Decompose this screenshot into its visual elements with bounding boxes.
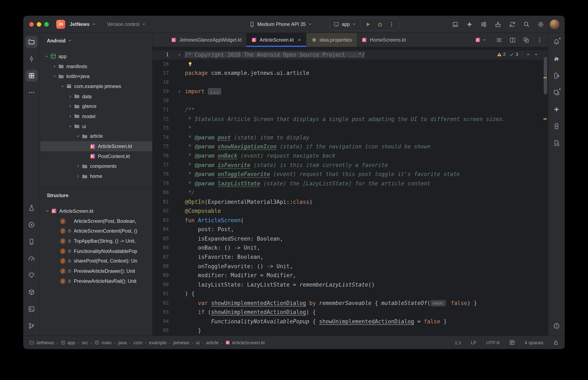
code-line-93[interactable]: 93 if (showUnimplementedActionDialog) { [153,308,548,317]
user-avatar[interactable] [550,19,560,29]
close-tab-icon[interactable] [298,38,302,42]
code-line-72[interactable]: 72 * Stateless Article Screen that displ… [153,114,548,124]
build-toolwindow-button[interactable] [25,286,38,298]
gutter-fold-slot[interactable] [169,87,185,96]
write-access-unlocked-icon[interactable] [553,340,559,345]
breadcrumb-app[interactable]: app [61,340,75,345]
debug-button[interactable] [375,19,385,29]
app-inspection-toolwindow-button[interactable] [25,202,38,214]
app-quality-insights-toolwindow-button[interactable] [25,269,38,281]
next-problem-icon[interactable] [534,52,538,57]
chevron-slot[interactable] [75,134,82,138]
editor-tab-articlescreen-kt[interactable]: ArticleScreen.kt [246,33,306,47]
breadcrumb-jetnews[interactable]: jetnews [173,340,189,345]
zoom-button[interactable] [44,22,49,27]
code-line-89[interactable]: 89 modifier: Modifier = Modifier, [153,271,548,280]
chevron-slot[interactable] [59,84,66,88]
gemini-toolwindow-button[interactable] [550,103,563,115]
kotlin-dropdown-button[interactable] [475,37,487,43]
structure-item-sharepost-post-context-un[interactable]: fsharePost(Post, Context): Un [40,256,152,266]
project-item-postcontent-kt[interactable]: PostContent.kt [40,151,152,161]
breadcrumb-src[interactable]: src [82,340,88,345]
code-line-18[interactable]: 18 [153,78,548,87]
breadcrumb-main[interactable]: main [95,340,112,345]
caret-position-widget[interactable]: 1:1 [455,340,461,345]
chevron-slot[interactable] [67,104,74,109]
code-line-82[interactable]: 82@Composable [153,207,548,216]
project-item-com-example-jetnews[interactable]: com.example.jetnews [40,81,152,91]
previous-problem-icon[interactable] [526,52,530,57]
code-line-71[interactable]: 71/** [153,105,548,114]
run-configuration-selector[interactable]: app [333,20,357,28]
editor-windows-button[interactable] [523,37,529,43]
split-editor-button[interactable] [509,37,516,43]
project-item-manifests[interactable]: manifests [40,61,152,71]
more-run-options-button[interactable] [387,19,395,29]
editor-layout-icon[interactable] [509,340,515,345]
running-devices-toolwindow-button[interactable] [550,120,563,132]
structure-toolwindow-button[interactable] [25,70,38,81]
chevron-slot[interactable] [75,164,82,169]
warnings-indicator[interactable]: 2 [497,52,506,57]
passed-indicator[interactable]: 3 [509,52,518,57]
app-insights-toolwindow-button[interactable] [550,137,563,149]
project-item-home[interactable]: home [40,171,152,181]
project-toolwindow-button[interactable] [25,36,38,48]
structure-item-previewarticlenavrail-unit[interactable]: fPreviewArticleNavRail(): Unit [40,276,152,286]
code-line-87[interactable]: 87 isFavorite: Boolean, [153,252,548,262]
gradle-sync-button[interactable] [507,19,517,29]
code-line-1[interactable]: 1/* Copyright 2020 The Android Open Sour… [153,50,548,59]
device-manager-toolwindow-button[interactable] [25,236,38,247]
project-item-ui[interactable]: ui [40,121,152,131]
chevron-slot[interactable] [51,74,58,78]
code-line-70[interactable]: 70 [153,96,548,105]
problems-toolwindow-button[interactable] [550,320,563,332]
code-line-88[interactable]: 88 onToggleFavorite: () -> Unit, [153,262,548,271]
project-widget[interactable]: JetNews [68,20,98,28]
profiler-toolwindow-button[interactable] [25,252,38,265]
code-line-19[interactable]: 19import ... [153,87,548,96]
run-toolwindow-button[interactable] [25,219,38,231]
notifications-toolwindow-button[interactable] [550,36,563,48]
device-streaming-button[interactable] [450,19,461,29]
gradle-toolwindow-button[interactable] [550,53,563,65]
code-line-86[interactable]: 86 onBack: () -> Unit, [153,243,548,252]
search-button[interactable] [521,19,532,29]
chevron-slot[interactable] [67,114,74,118]
editor-scrollbar[interactable] [544,57,547,94]
code-line-78[interactable]: 78 * @param onToggleFavorite (event) req… [153,170,548,179]
breadcrumb-example[interactable]: example [149,340,167,345]
editor-tab-homescreens-kt[interactable]: HomeScreens.kt [357,33,411,47]
structure-item-articlescreencontent-post[interactable]: fArticleScreenContent(Post, () [40,226,152,236]
project-view-header[interactable]: Android [40,33,152,48]
code-line-80[interactable]: 80 */ [153,188,548,197]
terminal-toolwindow-button[interactable] [25,303,38,315]
code-line-74[interactable]: 74 * @param post (state) item to display [153,133,548,142]
more-toolwindow-button[interactable] [25,87,38,98]
code-line-16[interactable]: 16 [153,59,548,69]
structure-item-topappbar-string-unit[interactable]: fTopAppBar(String, () -> Unit, [40,236,152,246]
project-item-article[interactable]: article [40,131,152,141]
code-line-84[interactable]: 84 post: Post, [153,225,548,234]
ai-assistant-button[interactable] [464,19,475,29]
minimize-button[interactable] [37,22,41,27]
line-separator-widget[interactable]: LF [471,340,476,345]
breadcrumb-jetnews[interactable]: JetNews [29,340,54,345]
sdk-manager-button[interactable] [493,19,503,29]
breadcrumb-ui[interactable]: ui [196,340,200,345]
code-line-17[interactable]: 17package com.example.jetnews.ui.article [153,69,548,78]
code-line-76[interactable]: 76 * @param onBack (event) request navig… [153,151,548,161]
chevron-slot[interactable] [75,174,82,178]
structure-item-articlescreen-post-boolean[interactable]: fArticleScreen(Post, Boolean, [40,216,152,226]
editor-tab-jetnewsglanceappwidget-kt[interactable]: JetnewsGlanceAppWidget.kt [166,33,246,47]
commit-toolwindow-button[interactable] [25,53,38,65]
version-control-toolwindow-button[interactable] [25,320,38,332]
encoding-widget[interactable]: UTF-8 [486,340,500,345]
tabs-list-button[interactable] [496,37,502,43]
breadcrumb-article[interactable]: article [206,340,219,345]
code-line-94[interactable]: 94 FunctionalityNotAvailablePopup { show… [153,317,548,326]
code-line-73[interactable]: 73 * [153,124,548,133]
code-line-77[interactable]: 77 * @param isFavorite (state) is this i… [153,161,548,170]
editor-tab-idea-properties[interactable]: idea.properties [306,33,357,47]
structure-item-previewarticledrawer-unit[interactable]: fPreviewArticleDrawer(): Unit [40,266,152,276]
